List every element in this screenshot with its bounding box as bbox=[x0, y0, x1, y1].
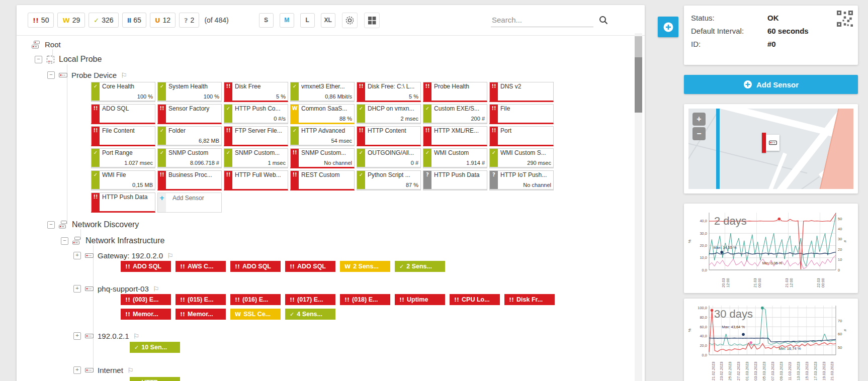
size-button-xl[interactable]: XL bbox=[321, 13, 335, 28]
location-map[interactable]: + − bbox=[688, 109, 853, 189]
size-button-l[interactable]: L bbox=[300, 13, 315, 28]
status-filter-paused[interactable]: II65 bbox=[122, 13, 146, 28]
map-device-marker[interactable] bbox=[766, 135, 779, 151]
sensor-tile[interactable]: ✓WMI Custom1.914 # bbox=[423, 148, 487, 168]
expand-icon[interactable]: + bbox=[73, 332, 81, 340]
flag-icon[interactable]: ⚐ bbox=[153, 285, 159, 293]
expand-icon[interactable]: + bbox=[73, 285, 81, 293]
sensor-tile[interactable]: ✓Custom EXE/S...200 # bbox=[423, 104, 487, 124]
collapse-icon[interactable]: − bbox=[35, 56, 42, 63]
status-filter-unknown[interactable]: ?2 bbox=[179, 13, 199, 28]
status-filter-unusual[interactable]: U12 bbox=[150, 13, 176, 28]
tree-row-local-probe[interactable]: − Local Probe bbox=[35, 55, 102, 64]
size-button-s[interactable]: S bbox=[259, 13, 274, 28]
sensor-tile[interactable]: !!Disk Free5 % bbox=[224, 82, 288, 102]
tree-row-gateway[interactable]: + Gateway: 192.0.2.0 ⚐ bbox=[73, 251, 173, 260]
tree-row-192-0-2-1[interactable]: + 192.0.2.1 ⚐ bbox=[73, 332, 139, 340]
sensor-pill[interactable]: !!Uptime bbox=[395, 294, 445, 305]
search-icon[interactable] bbox=[598, 15, 609, 27]
size-button-m[interactable]: M bbox=[280, 13, 294, 28]
sensor-pill[interactable]: !!ADO SQL bbox=[121, 261, 171, 272]
sensor-pill[interactable]: !!(015) E... bbox=[176, 294, 226, 305]
sensor-tile[interactable]: ✓SNMP Custom...1 msec bbox=[224, 148, 288, 168]
sensor-tile[interactable]: ✓Port Range1.027 msec bbox=[91, 148, 155, 168]
collapse-icon[interactable]: − bbox=[47, 71, 55, 79]
sensor-pill[interactable]: !!(018) E... bbox=[340, 294, 390, 305]
qr-code-icon[interactable] bbox=[837, 11, 853, 29]
grid-view-button[interactable] bbox=[364, 13, 380, 28]
sensor-tile[interactable]: WCommon SaaS...88 % bbox=[290, 104, 355, 124]
expand-icon[interactable]: + bbox=[73, 366, 81, 374]
flag-icon[interactable]: ⚐ bbox=[121, 71, 127, 79]
sensor-tile[interactable]: ✓Folder6,82 MB bbox=[157, 126, 222, 146]
trend-chart-2-days[interactable]: 40,030,020,010,00,05040302010020.0312:00… bbox=[687, 207, 849, 290]
sensor-tile[interactable]: ?HTTP Push Data bbox=[423, 170, 487, 190]
tree-row-probe-device[interactable]: − Probe Device ⚐ bbox=[47, 71, 127, 79]
sensor-tile[interactable]: ✓HTTP Advanced54 msec bbox=[290, 126, 355, 146]
tree-row-network-infrastructure[interactable]: − Network Infrastructure bbox=[61, 236, 164, 245]
sensor-tile[interactable]: ✓SNMP Custom8.096.718 # bbox=[157, 148, 222, 168]
sensor-tile[interactable]: !!Sensor Factory bbox=[157, 104, 222, 124]
sensor-pill[interactable]: !!AWS C... bbox=[176, 261, 226, 272]
sensor-pill[interactable]: !!ADO SQL bbox=[230, 261, 281, 272]
sensor-pill[interactable]: ✓10 Sen... bbox=[130, 342, 180, 353]
sensor-tile[interactable]: !!REST Custom bbox=[290, 170, 355, 190]
tree-row-root[interactable]: Root bbox=[32, 40, 61, 49]
expand-icon[interactable]: + bbox=[73, 252, 81, 259]
tree-row-internet[interactable]: + Internet ⚐ bbox=[73, 366, 133, 374]
sensor-tile[interactable]: ✓Python Script ...87 % bbox=[357, 170, 421, 190]
scrollbar-thumb[interactable] bbox=[635, 36, 642, 113]
status-filter-warning[interactable]: W29 bbox=[57, 13, 85, 28]
sensor-tile[interactable]: !!Business Proc... bbox=[157, 170, 222, 190]
sensor-pill[interactable]: ✓HTTP bbox=[130, 377, 180, 381]
sensor-tile[interactable]: !!DNS v2 bbox=[489, 82, 554, 102]
sensor-tile[interactable]: !!HTTP Content bbox=[357, 126, 421, 146]
add-sensor-tile[interactable]: +Add Sensor bbox=[157, 193, 222, 213]
sensor-tile[interactable]: !!Disk Free: C:\ L...5 % bbox=[357, 82, 421, 102]
sensor-tile[interactable]: !!File bbox=[489, 104, 554, 124]
map-zoom-in-button[interactable]: + bbox=[692, 113, 706, 126]
sensor-tile[interactable]: ✓WMI Custom S...290 msec bbox=[489, 148, 554, 168]
status-filter-ok[interactable]: ✓326 bbox=[89, 13, 118, 28]
collapse-icon[interactable]: − bbox=[61, 237, 68, 245]
tree-scrollbar[interactable] bbox=[635, 33, 642, 381]
trend-chart-30-days[interactable]: 100,080,060,040,020,00,070605021.02.2023… bbox=[687, 302, 849, 381]
sensor-tile[interactable]: ✓Core Health100 % bbox=[91, 82, 155, 102]
sensor-pill[interactable]: !!ADO SQL bbox=[285, 261, 335, 272]
sensor-pill[interactable]: !!Memor... bbox=[121, 309, 171, 320]
sensor-tile[interactable]: !!FTP Server File... bbox=[224, 126, 288, 146]
panel-add-button[interactable] bbox=[658, 17, 678, 37]
status-filter-error[interactable]: !!50 bbox=[28, 13, 54, 28]
tree-row-phq-support-03[interactable]: + phq-support-03 ⚐ bbox=[73, 284, 159, 293]
sensor-tile[interactable]: ✓HTTP Push Co...0 #/s bbox=[224, 104, 288, 124]
sensor-tile[interactable]: !!HTTP Full Web... bbox=[224, 170, 288, 190]
flag-icon[interactable]: ⚐ bbox=[127, 366, 134, 374]
sensor-pill[interactable]: !!(017) E... bbox=[285, 294, 335, 305]
collapse-icon[interactable]: − bbox=[47, 221, 55, 229]
sensor-tile[interactable]: !!File Content bbox=[91, 126, 155, 146]
sensor-tile[interactable]: !!ADO SQL bbox=[91, 104, 155, 124]
sensor-pill[interactable]: !!(003) E... bbox=[121, 294, 171, 305]
map-zoom-out-button[interactable]: − bbox=[692, 127, 706, 140]
flag-icon[interactable]: ⚐ bbox=[167, 252, 173, 260]
tree-row-network-discovery[interactable]: − Network Discovery bbox=[47, 220, 139, 229]
sensor-tile[interactable]: ✓DHCP on vmxn...2 msec bbox=[357, 104, 421, 124]
sensor-tile[interactable]: !!Port bbox=[489, 126, 554, 146]
sensor-pill[interactable]: WSSL Ce... bbox=[230, 309, 281, 320]
add-sensor-button[interactable]: Add Sensor bbox=[684, 75, 858, 94]
sensor-pill[interactable]: !!Memor... bbox=[176, 309, 226, 320]
sensor-tile[interactable]: ✓WMI File0,15 MB bbox=[91, 170, 155, 190]
sensor-pill[interactable]: !!CPU Lo... bbox=[450, 294, 500, 305]
sensor-pill[interactable]: ✓2 Sens... bbox=[395, 261, 445, 272]
sensor-pill[interactable]: !!(016) E... bbox=[230, 294, 281, 305]
search-input[interactable] bbox=[491, 14, 593, 27]
view-settings-button[interactable] bbox=[342, 13, 358, 28]
sensor-tile[interactable]: !!HTTP XML/RE... bbox=[423, 126, 487, 146]
sensor-tile[interactable]: ✓OUTGOING/All...0 # bbox=[357, 148, 421, 168]
flag-icon[interactable]: ⚐ bbox=[133, 332, 140, 340]
sensor-tile[interactable]: !!SNMP Custom...No channel bbox=[290, 148, 355, 168]
sensor-pill[interactable]: !!Disk Fr... bbox=[504, 294, 555, 305]
sensor-pill[interactable]: W2 Sens... bbox=[340, 261, 390, 272]
sensor-tile[interactable]: !!Probe Health bbox=[423, 82, 487, 102]
sensor-tile[interactable]: ?HTTP IoT Push...No channel bbox=[489, 170, 554, 190]
